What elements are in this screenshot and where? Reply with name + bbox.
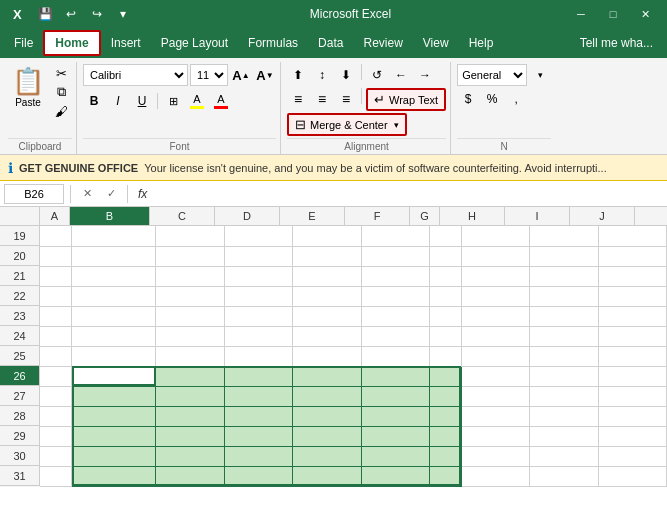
cell-i26[interactable] [530,366,598,386]
cell-c25[interactable] [156,346,224,366]
menu-tell-me[interactable]: Tell me wha... [570,30,663,56]
cell-e21[interactable] [293,266,361,286]
row-header-24[interactable]: 24 [0,326,40,346]
close-button[interactable]: ✕ [631,4,659,24]
row-header-23[interactable]: 23 [0,306,40,326]
underline-button[interactable]: U [131,90,153,112]
cell-f25[interactable] [361,346,429,366]
cell-a28[interactable] [40,406,72,426]
cell-i25[interactable] [530,346,598,366]
cell-g27[interactable] [430,386,462,406]
cell-b24[interactable] [72,326,156,346]
cell-h19[interactable] [461,226,529,246]
increase-font-button[interactable]: A▲ [230,64,252,86]
cell-e25[interactable] [293,346,361,366]
font-size-select[interactable]: 11 [190,64,228,86]
cell-d28[interactable] [224,406,292,426]
cell-e23[interactable] [293,306,361,326]
percent-button[interactable]: % [481,88,503,110]
cell-g31[interactable] [430,466,462,486]
row-header-19[interactable]: 19 [0,226,40,246]
font-name-select[interactable]: Calibri [83,64,188,86]
cell-h31[interactable] [461,466,529,486]
menu-help[interactable]: Help [459,30,504,56]
cell-g26[interactable] [430,366,462,386]
italic-button[interactable]: I [107,90,129,112]
cell-e31[interactable] [293,466,361,486]
col-header-j[interactable]: J [570,207,635,225]
cell-g30[interactable] [430,446,462,466]
cell-b23[interactable] [72,306,156,326]
cell-j20[interactable] [598,246,666,266]
cell-j29[interactable] [598,426,666,446]
cell-a24[interactable] [40,326,72,346]
cell-f19[interactable] [361,226,429,246]
cell-c19[interactable] [156,226,224,246]
cell-a27[interactable] [40,386,72,406]
cell-e28[interactable] [293,406,361,426]
indent-decrease-button[interactable]: ← [390,64,412,86]
cell-b26[interactable] [72,366,156,386]
col-header-f[interactable]: F [345,207,410,225]
redo-button[interactable]: ↪ [86,3,108,25]
col-header-d[interactable]: D [215,207,280,225]
cell-j26[interactable] [598,366,666,386]
menu-page-layout[interactable]: Page Layout [151,30,238,56]
align-top-button[interactable]: ⬆ [287,64,309,86]
row-header-30[interactable]: 30 [0,446,40,466]
cell-c29[interactable] [156,426,224,446]
col-header-i[interactable]: I [505,207,570,225]
cell-b29[interactable] [72,426,156,446]
cell-h20[interactable] [461,246,529,266]
cell-b27[interactable] [72,386,156,406]
cell-i31[interactable] [530,466,598,486]
confirm-formula-button[interactable]: ✓ [101,184,121,204]
col-header-e[interactable]: E [280,207,345,225]
cell-j22[interactable] [598,286,666,306]
cell-h24[interactable] [461,326,529,346]
cell-h27[interactable] [461,386,529,406]
row-header-26[interactable]: 26 [0,366,40,386]
align-bottom-button[interactable]: ⬇ [335,64,357,86]
cell-j23[interactable] [598,306,666,326]
cell-d29[interactable] [224,426,292,446]
cell-f26[interactable] [361,366,429,386]
font-color-button[interactable]: A [210,90,232,112]
cell-b30[interactable] [72,446,156,466]
cell-f20[interactable] [361,246,429,266]
cell-d23[interactable] [224,306,292,326]
cell-j24[interactable] [598,326,666,346]
cell-a19[interactable] [40,226,72,246]
cell-i29[interactable] [530,426,598,446]
cell-e29[interactable] [293,426,361,446]
undo-button[interactable]: ↩ [60,3,82,25]
cell-d22[interactable] [224,286,292,306]
row-header-21[interactable]: 21 [0,266,40,286]
cell-b20[interactable] [72,246,156,266]
cell-e19[interactable] [293,226,361,246]
cell-h30[interactable] [461,446,529,466]
row-header-20[interactable]: 20 [0,246,40,266]
cell-c24[interactable] [156,326,224,346]
menu-home[interactable]: Home [43,30,100,56]
cell-e20[interactable] [293,246,361,266]
cell-h22[interactable] [461,286,529,306]
cell-f21[interactable] [361,266,429,286]
cell-b31[interactable] [72,466,156,486]
col-header-c[interactable]: C [150,207,215,225]
cell-b22[interactable] [72,286,156,306]
cell-i20[interactable] [530,246,598,266]
cell-i22[interactable] [530,286,598,306]
cell-j25[interactable] [598,346,666,366]
merge-dropdown-icon[interactable]: ▾ [394,120,399,130]
cell-d30[interactable] [224,446,292,466]
currency-button[interactable]: $ [457,88,479,110]
cell-h21[interactable] [461,266,529,286]
cell-d20[interactable] [224,246,292,266]
cell-f31[interactable] [361,466,429,486]
cell-d31[interactable] [224,466,292,486]
cell-a20[interactable] [40,246,72,266]
cell-e24[interactable] [293,326,361,346]
cell-a25[interactable] [40,346,72,366]
cell-g25[interactable] [430,346,462,366]
